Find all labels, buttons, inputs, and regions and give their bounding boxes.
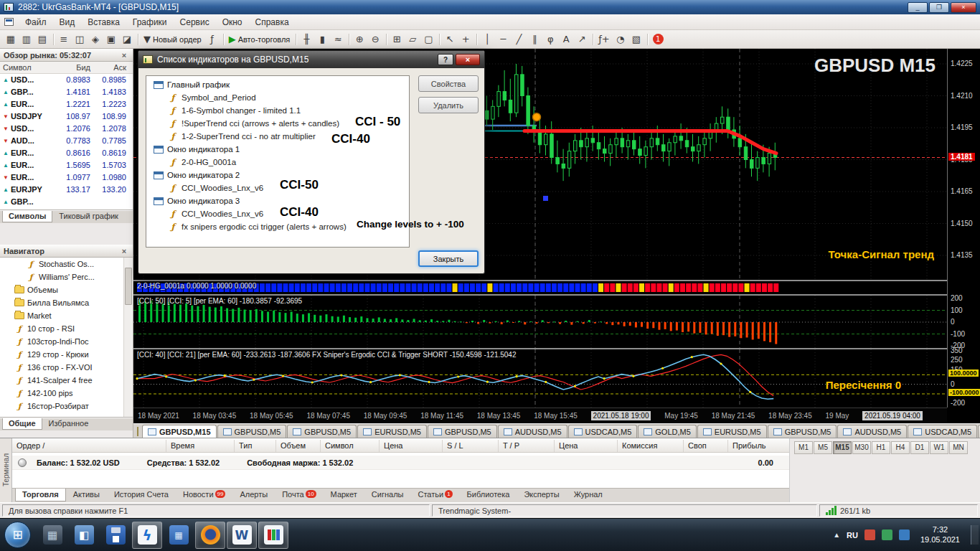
line-chart-button[interactable]: ≈ <box>330 32 346 47</box>
column-header[interactable]: Ордер / <box>12 440 166 452</box>
navigator-item[interactable]: Market <box>0 309 133 322</box>
chart-tab[interactable]: USDCAD,M5 <box>908 425 977 438</box>
navigator-item[interactable]: ƒ 129 стор - Крюки <box>0 348 133 361</box>
column-header[interactable]: Цена <box>380 440 443 452</box>
channel-button[interactable]: ∥ <box>527 32 542 47</box>
start-button[interactable]: ⊞ <box>4 522 31 548</box>
navigator-item[interactable]: ƒ 141-Scalper 4 free <box>0 374 133 387</box>
market-watch-row[interactable]: ▲EUR... 1.5695 1.5703 <box>0 159 133 171</box>
chart-tab[interactable]: GBPUSD,M5 <box>768 425 837 438</box>
column-header[interactable]: Аск <box>96 62 132 74</box>
terminal-tab[interactable]: Статьи 1 <box>410 489 459 501</box>
dialog-titlebar[interactable]: Список индикаторов на GBPUSD,M15 ? × <box>138 51 484 68</box>
column-header[interactable]: T / P <box>499 440 555 452</box>
candle-chart-button[interactable]: ▮ <box>314 32 330 47</box>
taskbar-save-app[interactable] <box>100 522 131 549</box>
menu-item[interactable]: Графики <box>126 16 174 29</box>
chart-profiles-button[interactable]: ▥ <box>19 32 34 47</box>
minimize-button[interactable]: _ <box>908 2 928 13</box>
timeframe-button[interactable]: M30 <box>852 441 871 454</box>
menu-item[interactable]: Файл <box>19 16 53 29</box>
toolbar-button[interactable] <box>590 32 595 47</box>
column-header[interactable]: Символ <box>3 62 57 74</box>
toolbar-button[interactable] <box>346 32 352 47</box>
strategy-tester-toggle[interactable]: ◪ <box>119 32 135 47</box>
terminal-tab[interactable]: Библиотека <box>460 489 517 501</box>
navigator-item[interactable]: ƒ Williams' Perc... <box>0 270 133 283</box>
periods-button[interactable]: ◔ <box>613 32 628 47</box>
taskbar-app-media[interactable]: ◧ <box>69 522 99 549</box>
chart-tab[interactable]: GBPUSD,M5 <box>287 425 357 438</box>
navigator-item[interactable]: ƒ Stochastic Os... <box>0 258 133 270</box>
window-separator[interactable] <box>133 280 980 281</box>
navigator-item[interactable]: Билла Вильямса <box>0 296 133 309</box>
close-icon[interactable]: × <box>119 247 129 255</box>
show-desktop-button[interactable] <box>971 525 979 545</box>
terminal-tab[interactable]: Маркет <box>324 489 364 501</box>
taskbar-calculator[interactable]: ▦ <box>164 522 194 549</box>
trendline-button[interactable]: ╱ <box>511 32 527 47</box>
dialog-close-button[interactable]: Закрыть <box>418 250 479 267</box>
market-watch-row[interactable]: ▲GBP... <box>0 196 133 208</box>
indicator-list[interactable]: Главный график ƒ Symbol_and_Period ƒ 1-6… <box>146 75 410 248</box>
fibonacci-button[interactable]: φ <box>542 32 558 47</box>
tray-icon[interactable] <box>899 529 910 540</box>
data-window-toggle[interactable]: ◫ <box>72 32 88 47</box>
crosshair-button[interactable]: + <box>458 32 473 47</box>
navigator-item[interactable]: ƒ 142-100 pips <box>0 387 133 400</box>
column-header[interactable]: S / L <box>443 440 499 452</box>
indicator-row[interactable]: ƒ 1-6-Symbol changer - limited 1.1 <box>146 104 409 117</box>
clock[interactable]: 7:32 19.05.2021 <box>916 525 964 545</box>
market-watch-row[interactable]: ▲EUR... 1.2221 1.2223 <box>0 98 133 110</box>
tray-icon[interactable] <box>882 529 892 540</box>
navigator-item[interactable]: ƒ 10 стор - RSI <box>0 322 133 335</box>
terminal-tab[interactable]: Торговля <box>15 489 66 501</box>
window-separator[interactable] <box>133 294 980 296</box>
chart-tab[interactable]: GBPUSD,M15 <box>142 425 217 438</box>
terminal-tab[interactable]: Новости 99 <box>176 489 233 501</box>
market-watch-row[interactable]: ▼AUD... 0.7783 0.7785 <box>0 135 133 147</box>
toolbar-button[interactable] <box>135 32 141 47</box>
language-indicator[interactable]: RU <box>847 531 858 540</box>
indicator-row[interactable]: ƒ CCI_Woodies_Lnx_v6 <box>146 182 409 194</box>
delete-button[interactable]: Удалить <box>418 97 479 113</box>
indicator-row[interactable]: Главный график <box>146 78 409 91</box>
navigator-item[interactable]: ƒ 136 стор - FX-VOI <box>0 361 133 374</box>
navigator-item[interactable]: Объемы <box>0 283 133 296</box>
terminal-tab[interactable]: Почта 10 <box>275 489 323 501</box>
menu-item[interactable]: Вставка <box>81 16 126 29</box>
dialog-close-icon[interactable]: × <box>456 54 480 65</box>
zoom-out-button[interactable]: ⊖ <box>367 32 383 47</box>
status-connection[interactable]: 261/1 kb <box>819 504 978 517</box>
template-button[interactable]: ▧ <box>628 32 644 47</box>
indicator-row[interactable]: ƒ Symbol_and_Period <box>146 91 409 104</box>
close-icon[interactable]: × <box>119 51 129 60</box>
properties-button[interactable]: Свойства <box>418 75 479 92</box>
indicator-row[interactable]: ƒ CCI_Woodies_Lnx_v6 <box>146 207 409 220</box>
chart-tab[interactable]: EURUSD,M5 <box>357 425 427 438</box>
toolbar-button[interactable] <box>473 32 479 47</box>
tile-windows-button[interactable]: ⊞ <box>389 32 405 47</box>
menu-item[interactable]: Сервис <box>174 16 216 29</box>
time-axis[interactable]: 18 May 202118 May 03:4518 May 05:4518 Ma… <box>133 408 947 423</box>
menu-item[interactable]: Окно <box>216 16 249 29</box>
window-titlebar[interactable]: 2882: UkrGasBank-MT4 - [GBPUSD,M15] _ ❐ … <box>0 0 980 14</box>
column-header[interactable]: Своп <box>684 440 728 452</box>
timeframe-button[interactable]: H4 <box>891 441 910 454</box>
chart-tab[interactable]: USDCAD,M5 <box>568 425 638 438</box>
cursor-button[interactable]: ↖ <box>442 32 458 47</box>
chart-tab[interactable]: EURUSD,M5 <box>697 425 767 438</box>
indicator-row[interactable]: Окно индикатора 1 <box>146 143 409 156</box>
column-header[interactable]: Комиссия <box>618 440 684 452</box>
column-header[interactable]: Символ <box>321 440 380 452</box>
navigator-tab[interactable]: Избранное <box>42 418 95 430</box>
horizontal-line-button[interactable]: ─ <box>495 32 511 47</box>
chart-tab[interactable]: AUDUSD,M5 <box>498 425 567 438</box>
balance-row[interactable]: Баланс: 1 532.02 USD Средства: 1 532.02 … <box>12 456 789 470</box>
market-watch-row[interactable]: ▲EUR... 0.8616 0.8619 <box>0 147 133 159</box>
taskbar-lightning-app[interactable]: ϟ <box>132 522 162 549</box>
timeframe-button[interactable]: M15 <box>833 441 852 454</box>
indicator-row[interactable]: Окно индикатора 3 <box>146 194 409 207</box>
toolbar-button[interactable] <box>293 32 298 47</box>
column-header[interactable]: Тип <box>235 440 276 452</box>
